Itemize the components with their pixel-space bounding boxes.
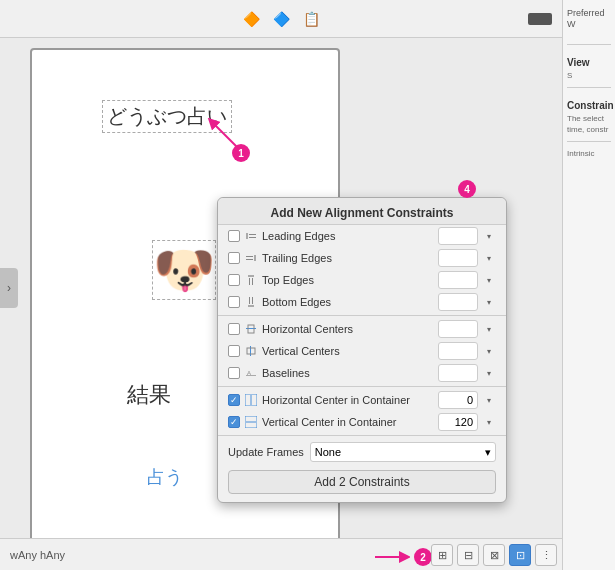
constraint-row-hcenters: Horizontal Centers ▾: [218, 318, 506, 340]
constraints-title: Constrain: [567, 100, 611, 111]
battery-indicator: [528, 13, 552, 25]
right-divider-3: [567, 141, 611, 142]
dog-emoji: 🐶: [152, 240, 216, 300]
link-text[interactable]: 占う: [147, 465, 183, 489]
trailing-edges-checkbox[interactable]: [228, 252, 240, 264]
bottom-icon-layout-1[interactable]: ⊞: [431, 544, 453, 566]
svg-rect-5: [254, 255, 256, 261]
horizontal-centers-checkbox[interactable]: [228, 323, 240, 335]
vertical-centers-value[interactable]: [438, 342, 478, 360]
annotation-2-arrow: [375, 549, 410, 565]
annotation-2-circle: 2: [414, 548, 432, 566]
svg-rect-4: [249, 237, 256, 238]
annotation-1-circle: 1: [232, 144, 250, 162]
annotation-4-area: 4: [458, 180, 476, 198]
baselines-icon: A: [244, 366, 258, 380]
constraint-row-trailing: Trailing Edges ▾: [218, 247, 506, 269]
svg-rect-23: [246, 421, 256, 423]
svg-text:A: A: [247, 370, 251, 376]
leading-edges-value[interactable]: [438, 227, 478, 245]
svg-rect-21: [250, 395, 252, 405]
bottom-icon-layout-3[interactable]: ⊠: [483, 544, 505, 566]
leading-edges-label: Leading Edges: [262, 230, 434, 242]
right-divider-1: [567, 44, 611, 45]
hcenter-container-icon: [244, 393, 258, 407]
vcenter-container-icon: [244, 415, 258, 429]
bottom-edges-value[interactable]: [438, 293, 478, 311]
annotation-2-area: 2: [375, 548, 432, 566]
bottom-edges-icon: [244, 295, 258, 309]
svg-rect-13: [252, 297, 253, 304]
trailing-edges-dropdown[interactable]: ▾: [482, 254, 496, 263]
bottom-bar: wAny hAny 2 ⊞ ⊟ ⊠ ⊡ ⋮: [0, 538, 562, 570]
vertical-centers-icon: [244, 344, 258, 358]
vcenter-container-dropdown[interactable]: ▾: [482, 418, 496, 427]
toolbar-icon-1[interactable]: 🔶: [242, 10, 260, 28]
constraint-row-top: Top Edges ▾: [218, 269, 506, 291]
alignment-popup: Add New Alignment Constraints Leading Ed…: [217, 197, 507, 503]
top-edges-checkbox[interactable]: [228, 274, 240, 286]
toolbar-icon-2[interactable]: 🔷: [272, 10, 290, 28]
trailing-edges-label: Trailing Edges: [262, 252, 434, 264]
vcenter-container-label: Vertical Center in Container: [262, 416, 434, 428]
constraint-row-vcenters: Vertical Centers ▾: [218, 340, 506, 362]
s-label: S: [567, 70, 611, 81]
baselines-label: Baselines: [262, 367, 434, 379]
toolbar: 🔶 🔷 📋: [0, 0, 562, 38]
vcenter-container-value[interactable]: 120: [438, 413, 478, 431]
popup-divider-1: [218, 315, 506, 316]
result-text: 結果: [127, 380, 171, 410]
svg-rect-12: [249, 297, 250, 304]
bottom-edges-dropdown[interactable]: ▾: [482, 298, 496, 307]
popup-divider-3: [218, 435, 506, 436]
baselines-value[interactable]: [438, 364, 478, 382]
constraint-row-bottom: Bottom Edges ▾: [218, 291, 506, 313]
hcenter-container-dropdown[interactable]: ▾: [482, 396, 496, 405]
trailing-edges-value[interactable]: [438, 249, 478, 267]
hcenter-container-label: Horizontal Center in Container: [262, 394, 434, 406]
collapse-handle[interactable]: ›: [0, 268, 18, 308]
leading-edges-icon: [244, 229, 258, 243]
update-frames-row: Update Frames None ▾: [218, 438, 506, 466]
baselines-checkbox[interactable]: [228, 367, 240, 379]
vcenter-container-checkbox[interactable]: [228, 416, 240, 428]
svg-rect-7: [246, 259, 253, 260]
baselines-dropdown[interactable]: ▾: [482, 369, 496, 378]
top-edges-value[interactable]: [438, 271, 478, 289]
toolbar-icon-3[interactable]: 📋: [302, 10, 320, 28]
trailing-edges-icon: [244, 251, 258, 265]
canvas-panel: 🔶 🔷 📋 › どうぶつ占い: [0, 0, 562, 570]
hcenter-container-value[interactable]: 0: [438, 391, 478, 409]
vertical-centers-dropdown[interactable]: ▾: [482, 347, 496, 356]
svg-rect-9: [249, 278, 250, 285]
hcenter-container-checkbox[interactable]: [228, 394, 240, 406]
leading-edges-checkbox[interactable]: [228, 230, 240, 242]
size-info: wAny hAny: [10, 549, 65, 561]
horizontal-centers-dropdown[interactable]: ▾: [482, 325, 496, 334]
leading-edges-dropdown[interactable]: ▾: [482, 232, 496, 241]
svg-rect-10: [252, 278, 253, 285]
right-panel: Preferred W View S Constrain The select …: [562, 0, 615, 570]
popup-title: Add New Alignment Constraints: [218, 198, 506, 225]
top-edges-dropdown[interactable]: ▾: [482, 276, 496, 285]
add-constraints-button[interactable]: Add 2 Constraints: [228, 470, 496, 494]
horizontal-centers-value[interactable]: [438, 320, 478, 338]
bottom-icon-layout-4[interactable]: ⊡: [509, 544, 531, 566]
vertical-centers-checkbox[interactable]: [228, 345, 240, 357]
popup-divider-2: [218, 386, 506, 387]
intrinsic-label: Intrinsic: [567, 148, 611, 159]
bottom-edges-checkbox[interactable]: [228, 296, 240, 308]
svg-rect-6: [246, 256, 253, 257]
bottom-edges-label: Bottom Edges: [262, 296, 434, 308]
constraint-row-leading: Leading Edges ▾: [218, 225, 506, 247]
right-divider-2: [567, 87, 611, 88]
vertical-centers-label: Vertical Centers: [262, 345, 434, 357]
bottom-icons: ⊞ ⊟ ⊠ ⊡ ⋮: [431, 544, 557, 566]
top-edges-icon: [244, 273, 258, 287]
svg-rect-2: [246, 233, 248, 239]
constraint-row-vcenter-container: Vertical Center in Container 120 ▾: [218, 411, 506, 433]
update-frames-select[interactable]: None ▾: [310, 442, 496, 462]
constraint-row-hcenter-container: Horizontal Center in Container 0 ▾: [218, 389, 506, 411]
bottom-icon-layout-5[interactable]: ⋮: [535, 544, 557, 566]
bottom-icon-layout-2[interactable]: ⊟: [457, 544, 479, 566]
